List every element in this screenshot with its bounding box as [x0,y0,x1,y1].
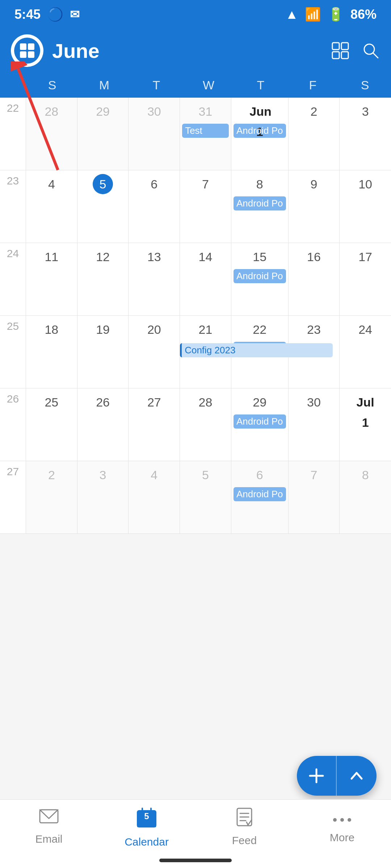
grid-view-button[interactable] [331,41,350,60]
day-cell-w5-d2[interactable]: 4 [129,461,180,533]
day-cell-w0-d1[interactable]: 29 [77,98,129,170]
day-cell-w2-d3[interactable]: 14 [180,243,231,315]
day-number-w5-d5: 7 [304,465,324,485]
day-cell-w4-d2[interactable]: 27 [129,388,180,461]
svg-rect-6 [332,52,339,59]
day-cell-w1-d5[interactable]: 9 [289,170,340,243]
nav-feed[interactable]: Feed [196,807,293,847]
day-number-w5-d3: 5 [196,465,216,485]
day-names-row: S M T W T F S [0,72,391,98]
day-name-sat: S [339,78,391,92]
day-name-thu: T [235,78,287,92]
day-cell-w2-d4[interactable]: 15Android Po [231,243,289,315]
day-cell-w4-d4[interactable]: 29Android Po [231,388,289,461]
fab-scroll-up-button[interactable] [337,756,377,796]
day-number-w2-d5: 16 [304,247,324,267]
day-cell-w4-d6[interactable]: Jul 1 [340,388,391,461]
svg-rect-5 [341,43,348,50]
week-row-4: 262526272829Android Po30Jul 1 [0,388,391,461]
day-cell-w0-d4[interactable]: Jun 1Android Po [231,98,289,170]
chevron-up-icon [346,766,367,786]
event-chip-w0-d3-0[interactable]: Test [182,124,229,138]
day-cell-w5-d1[interactable]: 3 [77,461,129,533]
day-number-w1-d3: 7 [196,174,216,194]
event-chip-w4-d4-0[interactable]: Android Po [234,414,286,429]
day-cell-w3-d1[interactable]: 19 [77,316,129,388]
event-chip-w3-d3-0[interactable]: Config 2023 [180,343,333,357]
day-number-w0-d4: Jun 1 [249,101,270,122]
day-cell-w1-d3[interactable]: 7 [180,170,231,243]
day-cell-w0-d6[interactable]: 3 [340,98,391,170]
nav-email[interactable]: Email [0,807,98,845]
day-cell-w4-d1[interactable]: 26 [77,388,129,461]
nav-more[interactable]: More [293,807,391,844]
day-cell-w0-d0[interactable]: 28 [26,98,77,170]
day-cell-w4-d5[interactable]: 30 [289,388,340,461]
day-cell-w1-d4[interactable]: 8Android Po [231,170,289,243]
search-button[interactable] [361,41,380,60]
day-number-w0-d3: 31 [196,101,216,122]
email-label: Email [35,833,62,845]
day-cell-w2-d6[interactable]: 17 [340,243,391,315]
event-chip-w5-d4-0[interactable]: Android Po [234,487,286,501]
day-number-w2-d6: 17 [355,247,375,267]
day-cell-w2-d0[interactable]: 11 [26,243,77,315]
day-cell-w3-d6[interactable]: 24 [340,316,391,388]
svg-point-28 [348,818,351,822]
day-number-w5-d4: 6 [249,465,270,485]
day-cell-w5-d6[interactable]: 8 [340,461,391,533]
day-cell-w1-d6[interactable]: 10 [340,170,391,243]
day-cell-w5-d0[interactable]: 2 [26,461,77,533]
nav-calendar[interactable]: 5 Calendar [98,807,196,848]
week-number-5: 27 [0,461,26,533]
week-row-3: 2518192021Config 202322Android Po2324 [0,316,391,388]
day-number-w1-d0: 4 [41,174,62,194]
event-chip-w2-d4-0[interactable]: Android Po [234,269,286,283]
week-number-4: 26 [0,388,26,461]
day-cell-w5-d3[interactable]: 5 [180,461,231,533]
calendar-grid: 2228293031TestJun 1Android Po232345678An… [0,98,391,534]
day-cell-w5-d4[interactable]: 6Android Po [231,461,289,533]
day-cell-w2-d1[interactable]: 12 [77,243,129,315]
day-cell-w4-d3[interactable]: 28 [180,388,231,461]
week-row-1: 2345678Android Po910 [0,170,391,243]
day-cell-w2-d5[interactable]: 16 [289,243,340,315]
day-cell-w0-d2[interactable]: 30 [129,98,180,170]
day-cell-w1-d0[interactable]: 4 [26,170,77,243]
wifi-signal-icon: ▲ [285,7,298,22]
svg-rect-1 [28,43,34,50]
day-number-w3-d1: 19 [93,319,113,340]
day-cell-w4-d0[interactable]: 25 [26,388,77,461]
day-number-w4-d2: 27 [144,392,164,412]
month-title: June [52,39,322,63]
feed-icon [234,807,255,831]
more-label: More [330,831,354,844]
calendar-header: June [0,29,391,72]
day-number-w3-d6: 24 [355,319,375,340]
more-icon [332,807,352,829]
day-number-w3-d5: 23 [304,319,324,340]
day-number-w1-d2: 6 [144,174,164,194]
fab-add-button[interactable] [297,756,337,796]
day-cell-w1-d1[interactable]: 5 [77,170,129,243]
day-cell-w1-d2[interactable]: 6 [129,170,180,243]
day-cell-w3-d3[interactable]: 21Config 2023 [180,316,231,388]
event-chip-w0-d4-0[interactable]: Android Po [234,124,286,138]
day-number-w5-d6: 8 [355,465,375,485]
day-cell-w2-d2[interactable]: 13 [129,243,180,315]
day-number-w1-d6: 10 [355,174,375,194]
event-chip-w1-d4-0[interactable]: Android Po [234,196,286,210]
day-cell-w3-d2[interactable]: 20 [129,316,180,388]
day-number-w0-d0: 28 [41,101,62,122]
avatar-icon [18,42,36,60]
day-cell-w0-d3[interactable]: 31Test [180,98,231,170]
svg-rect-4 [332,43,339,50]
day-name-mon: M [78,78,130,92]
search-icon [361,41,380,60]
day-number-w5-d2: 4 [144,465,164,485]
day-cell-w5-d5[interactable]: 7 [289,461,340,533]
day-number-w2-d2: 13 [144,247,164,267]
avatar-button[interactable] [11,34,43,67]
day-cell-w0-d5[interactable]: 2 [289,98,340,170]
day-cell-w3-d0[interactable]: 18 [26,316,77,388]
